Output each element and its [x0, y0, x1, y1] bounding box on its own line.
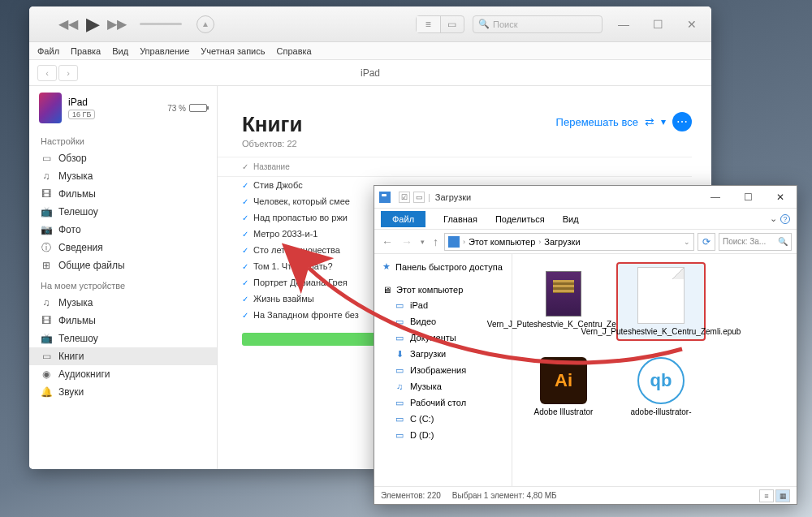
file-grid: Vern_J_Puteshestvie_K_Centru_Zemli.fb2 V… — [512, 254, 797, 486]
shuffle-icon[interactable]: ⇄ — [645, 115, 654, 128]
battery-indicator: 73 % — [167, 104, 207, 113]
pc-icon: 🖥 — [382, 285, 391, 295]
device-row[interactable]: iPad 16 ГБ 73 % — [29, 86, 217, 130]
sidebar-item-photos[interactable]: 📷Фото — [29, 221, 217, 239]
menu-file[interactable]: Файл — [37, 46, 59, 56]
nav-up-icon[interactable]: ↑ — [430, 235, 441, 248]
shuffle-button[interactable]: Перемешать все — [556, 116, 638, 128]
crumb-pc[interactable]: Этот компьютер — [469, 237, 535, 247]
tree-quick-access[interactable]: ★Панель быстрого доступа — [374, 259, 512, 274]
menu-view[interactable]: Вид — [112, 46, 128, 56]
nav-back-button[interactable]: ‹ — [37, 65, 57, 81]
tv-icon: 📺 — [41, 333, 52, 344]
search-input[interactable]: 🔍 Поиск — [473, 15, 603, 33]
sidebar-item-info[interactable]: ⓘСведения — [29, 239, 217, 256]
nav-hist-icon[interactable]: ▾ — [418, 238, 427, 246]
close-button[interactable]: ✕ — [764, 186, 797, 209]
sidebar-item-dev-movies[interactable]: 🎞Фильмы — [29, 312, 217, 330]
doc-icon: ▭ — [394, 332, 405, 343]
next-icon[interactable]: ▶▶ — [107, 15, 127, 34]
bell-icon: 🔔 — [41, 386, 52, 398]
view-toggle[interactable]: ≡▭ — [416, 15, 464, 33]
explorer-search-input[interactable]: Поиск: За...🔍 — [719, 233, 792, 251]
qat-checkbox[interactable]: ☑ — [399, 192, 410, 203]
tree-item-desktop[interactable]: ▭Рабочий стол — [374, 394, 512, 411]
menu-account[interactable]: Учетная запись — [201, 46, 265, 56]
tree-item-drive-d[interactable]: ▭D (D:) — [374, 427, 512, 443]
sidebar-item-dev-sounds[interactable]: 🔔Звуки — [29, 383, 217, 401]
tree-item-pictures[interactable]: ▭Изображения — [374, 362, 512, 378]
maximize-button[interactable]: ☐ — [645, 18, 671, 31]
file-item[interactable]: qb adobe-illustrator- — [616, 349, 706, 420]
more-button[interactable]: ⋯ — [672, 112, 692, 131]
qat-folder-icon[interactable]: ▭ — [413, 192, 425, 203]
tree-item-music[interactable]: ♫Музыка — [374, 378, 512, 394]
nav-fwd-icon[interactable]: → — [399, 235, 415, 248]
list-header: ✓ Название — [218, 157, 692, 177]
checkmark-icon: ✓ — [242, 162, 253, 171]
document-icon — [637, 267, 685, 324]
ribbon-expand[interactable]: ⌄ ? — [770, 213, 790, 224]
nav-fwd-button[interactable]: › — [58, 65, 78, 81]
crumb-downloads[interactable]: Загрузки — [544, 237, 580, 247]
apps-icon: ⊞ — [41, 260, 52, 271]
volume-slider[interactable] — [140, 23, 182, 25]
menu-edit[interactable]: Правка — [71, 46, 101, 56]
view-details-icon[interactable]: ≡ — [759, 489, 774, 502]
prev-icon[interactable]: ◀◀ — [58, 15, 78, 34]
sidebar-item-overview[interactable]: ▭Обзор — [29, 149, 217, 167]
nav-back-icon[interactable]: ← — [379, 235, 395, 248]
music-icon: ♫ — [394, 381, 405, 392]
sidebar-item-dev-books[interactable]: ▭Книги — [29, 347, 217, 365]
file-item[interactable]: Ai Adobe Illustrator — [519, 349, 608, 420]
ribbon-tab-view[interactable]: Вид — [563, 214, 579, 224]
film-icon: 🎞 — [41, 315, 52, 326]
maximize-button[interactable]: ☐ — [732, 186, 764, 209]
search-icon: 🔍 — [778, 237, 788, 246]
minimize-button[interactable]: — — [611, 18, 637, 31]
camera-icon: 📷 — [41, 224, 52, 235]
sidebar: iPad 16 ГБ 73 % Настройки ▭Обзор ♫Музыка… — [29, 86, 218, 469]
sidebar-item-music[interactable]: ♫Музыка — [29, 167, 217, 185]
play-icon[interactable]: ▶ — [83, 15, 102, 34]
video-icon: ▭ — [394, 316, 405, 327]
sidebar-item-files[interactable]: ⊞Общие файлы — [29, 256, 217, 274]
tree-item-documents[interactable]: ▭Документы — [374, 330, 512, 346]
star-icon: ★ — [382, 261, 391, 272]
col-name[interactable]: Название — [253, 162, 290, 171]
refresh-button[interactable]: ⟳ — [698, 233, 715, 251]
sidebar-item-dev-audiobooks[interactable]: ◉Аудиокниги — [29, 365, 217, 383]
music-icon: ♫ — [41, 170, 52, 182]
file-item-selected[interactable]: Vern_J_Puteshestvie_K_Centru_Zemli.epub — [616, 262, 706, 341]
breadcrumb-bar[interactable]: › Этот компьютер › Загрузки ⌄ — [444, 233, 694, 251]
drive-icon: ▭ — [394, 429, 405, 441]
ribbon-tab-file[interactable]: Файл — [381, 211, 425, 227]
tree-item-downloads[interactable]: ⬇Загрузки — [374, 346, 512, 362]
menu-help[interactable]: Справка — [277, 46, 312, 56]
music-icon: ♫ — [41, 297, 52, 308]
archive-icon — [546, 271, 581, 317]
sidebar-item-dev-music[interactable]: ♫Музыка — [29, 294, 217, 312]
minimize-button[interactable]: — — [699, 186, 732, 209]
explorer-icon — [379, 192, 391, 203]
device-icon: ▭ — [394, 299, 405, 311]
close-button[interactable]: ✕ — [679, 18, 705, 31]
sidebar-item-dev-tv[interactable]: 📺Телешоу — [29, 330, 217, 347]
device-name: iPad — [68, 97, 95, 108]
ribbon-tab-share[interactable]: Поделиться — [495, 214, 545, 224]
dropdown-icon[interactable]: ▾ — [661, 116, 666, 127]
ribbon-tab-home[interactable]: Главная — [443, 214, 477, 224]
sidebar-item-movies[interactable]: 🎞Фильмы — [29, 185, 217, 203]
sidebar-item-tv[interactable]: 📺Телешоу — [29, 203, 217, 221]
airplay-icon[interactable]: ▲ — [197, 15, 214, 33]
view-thumbs-icon[interactable]: ▦ — [775, 489, 790, 502]
page-title: Книги — [242, 112, 302, 137]
tree-item-drive-c[interactable]: ▭C (C:) — [374, 411, 512, 427]
status-count: Элементов: 220 — [381, 491, 441, 500]
image-icon: ▭ — [394, 364, 405, 376]
tree-item-ipad[interactable]: ▭iPad — [374, 297, 512, 313]
menu-controls[interactable]: Управление — [140, 46, 189, 56]
search-icon: 🔍 — [478, 19, 490, 29]
chevron-down-icon[interactable]: ⌄ — [684, 238, 690, 246]
tree-this-pc[interactable]: 🖥Этот компьютер — [374, 282, 512, 297]
